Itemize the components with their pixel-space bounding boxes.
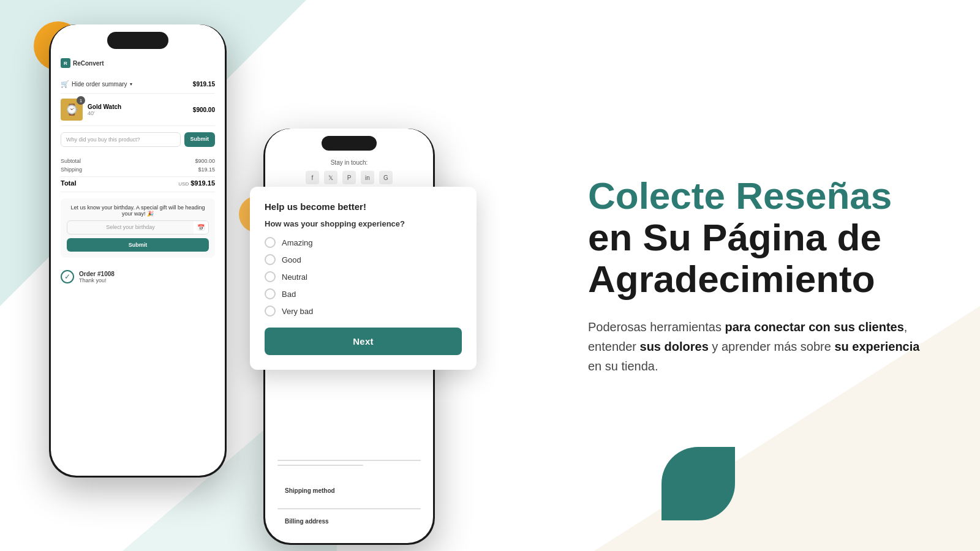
option-bad-label: Bad bbox=[282, 290, 296, 299]
option-neutral[interactable]: Neutral bbox=[265, 271, 462, 282]
text-panel: Colecte Reseñas en Su Página de Agradeci… bbox=[539, 0, 980, 551]
total-value: USD $919.15 bbox=[178, 179, 215, 187]
billing-divider-line bbox=[277, 508, 421, 509]
order-number: Order #1008 bbox=[79, 271, 115, 277]
option-good[interactable]: Good bbox=[265, 254, 462, 265]
total-label: Total bbox=[61, 179, 76, 187]
shipping-method-label: Shipping method bbox=[285, 487, 335, 494]
body-intro: Poderosas herramientas bbox=[588, 320, 725, 334]
option-very-bad-label: Very bad bbox=[282, 307, 313, 316]
total-amount: $919.15 bbox=[190, 179, 215, 187]
survey-submit-button[interactable]: Submit bbox=[184, 132, 216, 147]
product-info: Gold Watch 40' bbox=[88, 103, 188, 116]
social-icons-row: f 𝕏 P in G bbox=[275, 171, 423, 184]
product-price: $900.00 bbox=[193, 107, 215, 113]
totals-section: Subtotal $900.00 Shipping $19.15 Total U… bbox=[61, 153, 215, 192]
birthday-input-row[interactable]: Select your birthday 📅 bbox=[67, 220, 209, 234]
hide-order-summary-label: Hide order summary bbox=[72, 81, 127, 88]
heading-line3: Agradecimiento bbox=[588, 258, 875, 300]
option-bad[interactable]: Bad bbox=[265, 288, 462, 299]
body-bold3: su experiencia bbox=[834, 340, 919, 353]
radio-good[interactable] bbox=[265, 254, 276, 265]
chevron-icon: ▾ bbox=[130, 81, 132, 87]
phone-notch bbox=[107, 32, 168, 49]
right-phone-notch bbox=[322, 136, 377, 151]
order-summary-row: 🛒 Hide order summary ▾ $919.15 bbox=[61, 75, 215, 94]
next-button[interactable]: Next bbox=[265, 328, 462, 355]
grand-total-row: Total USD $919.15 bbox=[61, 176, 215, 188]
body-bold2: sus dolores bbox=[640, 340, 709, 353]
option-very-bad[interactable]: Very bad bbox=[265, 305, 462, 317]
body-mid2: y aprender más sobre bbox=[709, 340, 835, 353]
subtotal-value: $900.00 bbox=[195, 158, 215, 164]
total-currency: USD bbox=[178, 181, 189, 187]
subtotal-row: Subtotal $900.00 bbox=[61, 157, 215, 165]
check-circle-icon: ✓ bbox=[61, 270, 74, 283]
birthday-text: Let us know your birthday. A special gif… bbox=[67, 204, 209, 217]
survey-modal-question: How was your shopping experience? bbox=[265, 219, 462, 228]
left-phone-mockup: R ReConvert 🛒 Hide order summary ▾ $919.… bbox=[49, 24, 227, 478]
shipping-label: Shipping bbox=[61, 167, 82, 173]
twitter-icon[interactable]: 𝕏 bbox=[324, 171, 337, 184]
survey-modal: Help us become better! How was your shop… bbox=[250, 187, 477, 370]
divider-lines bbox=[277, 460, 421, 470]
shipping-row: Shipping $19.15 bbox=[61, 165, 215, 174]
birthday-section: Let us know your birthday. A special gif… bbox=[61, 198, 215, 258]
option-neutral-label: Neutral bbox=[282, 272, 307, 282]
birthday-submit-button[interactable]: Submit bbox=[67, 238, 209, 252]
radio-bad[interactable] bbox=[265, 288, 276, 299]
body-end: en su tienda. bbox=[588, 359, 658, 373]
product-size: 40' bbox=[88, 110, 188, 116]
option-good-label: Good bbox=[282, 255, 301, 264]
order-summary-label: 🛒 Hide order summary ▾ bbox=[61, 80, 132, 88]
option-amazing-label: Amazing bbox=[282, 238, 313, 247]
shipping-value: $19.15 bbox=[198, 167, 215, 173]
body-bold1: para conectar con sus clientes bbox=[725, 320, 903, 334]
heading-line2: en Su Página de bbox=[588, 216, 881, 258]
main-heading: Colecte Reseñas en Su Página de Agradeci… bbox=[588, 175, 931, 301]
body-text: Poderosas herramientas para conectar con… bbox=[588, 317, 931, 376]
product-image: ⌚ 1 bbox=[61, 99, 83, 121]
birthday-input[interactable]: Select your birthday bbox=[67, 221, 194, 234]
reconvert-logo-icon: R bbox=[61, 58, 70, 68]
google-icon[interactable]: G bbox=[379, 171, 393, 184]
stay-in-touch-label: Stay in touch: bbox=[275, 159, 423, 166]
calendar-icon: 📅 bbox=[194, 221, 208, 234]
billing-address-label: Billing address bbox=[285, 518, 329, 525]
option-amazing[interactable]: Amazing bbox=[265, 237, 462, 248]
pinterest-icon[interactable]: P bbox=[342, 171, 356, 184]
product-name: Gold Watch bbox=[88, 103, 188, 110]
survey-input[interactable]: Why did you buy this product? bbox=[61, 132, 181, 147]
product-row: ⌚ 1 Gold Watch 40' $900.00 bbox=[61, 94, 215, 126]
radio-amazing[interactable] bbox=[265, 237, 276, 248]
subtotal-label: Subtotal bbox=[61, 158, 81, 164]
cart-icon: 🛒 bbox=[61, 80, 69, 88]
reconvert-brand-name: ReConvert bbox=[73, 60, 104, 67]
facebook-icon[interactable]: f bbox=[306, 171, 319, 184]
linkedin-icon[interactable]: in bbox=[361, 171, 374, 184]
phone-screen: R ReConvert 🛒 Hide order summary ▾ $919.… bbox=[51, 24, 225, 476]
divider-line-2 bbox=[277, 465, 363, 466]
heading-line1: Colecte Reseñas bbox=[588, 174, 892, 217]
survey-input-area: Why did you buy this product? Submit bbox=[61, 132, 215, 147]
thank-you-text: Thank you! bbox=[79, 277, 115, 283]
order-total-price: $919.15 bbox=[193, 81, 215, 88]
radio-neutral[interactable] bbox=[265, 271, 276, 282]
reconvert-logo: R ReConvert bbox=[61, 58, 215, 68]
radio-very-bad[interactable] bbox=[265, 305, 276, 317]
thank-you-row: ✓ Order #1008 Thank you! bbox=[61, 264, 215, 290]
divider-line-1 bbox=[277, 460, 421, 461]
thank-you-info: Order #1008 Thank you! bbox=[79, 271, 115, 283]
product-quantity-badge: 1 bbox=[77, 96, 85, 105]
survey-modal-title: Help us become better! bbox=[265, 201, 462, 212]
